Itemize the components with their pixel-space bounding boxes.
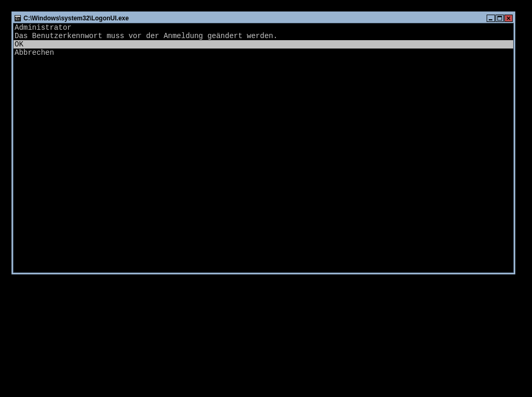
svg-rect-4 xyxy=(489,19,492,20)
minimize-button[interactable] xyxy=(487,15,495,22)
maximize-button[interactable] xyxy=(495,15,504,22)
app-icon: C: xyxy=(14,15,21,22)
ok-option[interactable]: OK xyxy=(14,40,513,49)
console-window: C: C:\Windows\system32\LogonUI.exe xyxy=(11,11,515,274)
titlebar[interactable]: C: C:\Windows\system32\LogonUI.exe xyxy=(13,13,514,23)
window-controls xyxy=(487,15,513,22)
window-title: C:\Windows\system32\LogonUI.exe xyxy=(23,15,487,22)
svg-text:C:: C: xyxy=(16,17,19,20)
svg-rect-6 xyxy=(498,16,502,17)
user-line: Administrator xyxy=(14,23,513,32)
message-line: Das Benutzerkennwort muss vor der Anmeld… xyxy=(14,32,513,40)
cancel-option[interactable]: Abbrechen xyxy=(14,49,513,57)
close-button[interactable] xyxy=(504,15,513,22)
console-area[interactable]: Administrator Das Benutzerkennwort muss … xyxy=(13,23,514,273)
